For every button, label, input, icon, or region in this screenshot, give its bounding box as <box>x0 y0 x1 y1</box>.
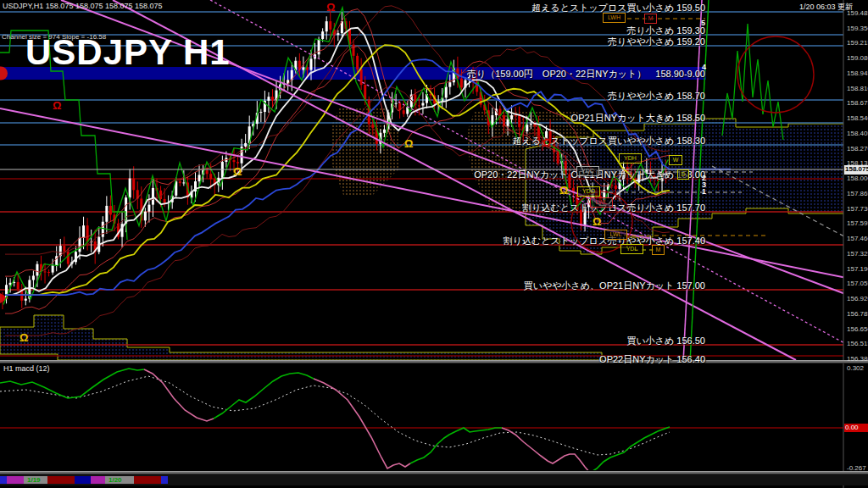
candle-body <box>518 115 520 127</box>
session-bar-segment <box>161 476 168 484</box>
omega-marker-gold: Ω <box>233 166 242 177</box>
symbol-ohlc-line: USDJPY,H1 158.075 158.075 158.075 158.07… <box>3 2 163 10</box>
omega-marker-red: Ω <box>326 2 335 13</box>
candle-body <box>460 79 463 88</box>
candle-body <box>236 162 239 164</box>
candle-body <box>326 21 328 31</box>
candle-body <box>182 182 185 183</box>
omega-marker-red: Ω <box>542 137 551 148</box>
price-axis-label: 158.945 <box>847 69 868 77</box>
candle-body <box>267 97 270 101</box>
candle-body <box>337 33 339 35</box>
price-axis-label: 156.785 <box>847 310 868 318</box>
price-axis-label: 158.810 <box>847 85 868 92</box>
pivot-marker-m[interactable]: M <box>644 14 657 24</box>
candle-body <box>557 152 559 164</box>
candle-body <box>403 110 405 114</box>
candle-body <box>530 124 532 125</box>
candle-body <box>129 179 131 198</box>
macd-line <box>590 427 670 473</box>
pivot-marker-lwl[interactable]: LWL <box>590 197 613 208</box>
candle-body <box>25 299 27 301</box>
pivot-marker-m[interactable]: M <box>652 245 665 255</box>
candle-body <box>383 130 386 133</box>
session-bar-segment <box>7 476 24 484</box>
wave-number-4: 4 <box>702 63 706 71</box>
price-axis-label: 159.215 <box>847 39 868 47</box>
macd-line <box>502 428 590 473</box>
omega-marker-red: Ω <box>53 100 61 111</box>
candle-body <box>102 222 104 237</box>
macd-axis-top: 0.302 <box>847 364 864 372</box>
pivot-marker-ydh[interactable]: YDH <box>619 153 642 164</box>
candle-body <box>67 252 70 264</box>
candle-body <box>448 82 451 86</box>
level-annotation: OP22日NYカット 156.40 <box>599 353 705 366</box>
candle-body <box>360 69 363 85</box>
candle-body <box>159 191 162 199</box>
candle-body <box>32 275 35 280</box>
candle-body <box>371 125 374 128</box>
macd-line <box>314 379 410 469</box>
price-axis-label: 158.270 <box>847 145 868 152</box>
price-axis-label: 157.190 <box>847 265 868 273</box>
omega-marker-gold: Ω <box>19 332 28 343</box>
price-axis-label: 157.460 <box>847 235 868 242</box>
omega-marker-gold: Ω <box>559 185 568 196</box>
chart-canvas[interactable] <box>0 0 868 488</box>
pivot-marker-ydl[interactable]: YDL <box>620 244 643 254</box>
pivot-marker-w[interactable]: W <box>669 155 682 165</box>
price-axis-label: 159.485 <box>847 9 868 17</box>
pivot-marker-ydc[interactable]: YDC <box>576 166 599 176</box>
pivot-marker-d[interactable]: D <box>677 169 689 180</box>
candle-body <box>610 185 613 186</box>
pivot-marker-lwl[interactable]: LWL <box>604 230 627 240</box>
level-annotation: 買いやや小さめ、OP21日NYカット 157.00 <box>524 280 705 292</box>
pivot-marker-lwh[interactable]: LWH <box>603 13 626 23</box>
pivot-marker-ydo[interactable]: YDO <box>577 186 600 197</box>
macd-pane[interactable] <box>0 369 843 473</box>
candle-body <box>510 115 513 119</box>
wave-number-1: 1 <box>702 187 706 196</box>
price-axis-label: 156.650 <box>847 325 868 333</box>
macd-line <box>0 369 144 398</box>
level-annotation: 売り（159.00円 OP20・22日NYカット） 158.90-9.00 <box>467 68 705 80</box>
candle-body <box>233 160 236 162</box>
candle-body <box>445 87 448 98</box>
candle-body <box>47 272 50 273</box>
pane-divider-top[interactable] <box>0 360 868 363</box>
wave-number-5: 5 <box>701 19 705 27</box>
candle-body <box>356 56 359 69</box>
candle-body <box>152 188 154 205</box>
candle-body <box>329 21 331 30</box>
macd-axis-bottom: -0.267 <box>847 464 866 472</box>
candle-body <box>86 225 89 241</box>
session-date-label: 1/19 <box>27 476 41 484</box>
candle-body <box>259 112 262 113</box>
current-price-tag: 158.075 <box>844 165 868 175</box>
level-annotation: 売りやや小さめ 159.20 <box>608 36 705 48</box>
session-date-label: 1/20 <box>108 476 122 484</box>
candle-body <box>109 206 112 214</box>
level-annotation: OP21日NYカット大きめ 158.50 <box>571 112 705 125</box>
candle-body <box>421 103 424 106</box>
candle-body <box>395 103 398 104</box>
price-axis-label: 159.080 <box>847 54 868 62</box>
level-annotation: 買い小さめ 156.50 <box>627 335 705 347</box>
drawn-circle[interactable] <box>737 36 814 113</box>
price-axis-label: 157.325 <box>847 250 868 258</box>
price-axis-label: 156.515 <box>847 340 868 347</box>
candle-body <box>36 264 38 276</box>
macd-signal-line <box>0 376 670 455</box>
candle-body <box>82 225 85 238</box>
session-bar-segment <box>134 476 161 484</box>
price-axis-label: 156.380 <box>847 355 868 363</box>
macd-zero-tag: 0.00 <box>844 424 868 432</box>
mt4-chart-window: USDJPY H1 USDJPY,H1 158.075 158.075 158.… <box>0 0 868 488</box>
price-axis-label: 158.675 <box>847 99 868 107</box>
price-axis-label: 157.865 <box>847 190 868 197</box>
omega-marker-gold: Ω <box>404 138 413 149</box>
candle-body <box>491 115 493 125</box>
candle-body <box>353 45 355 56</box>
candle-body <box>164 199 166 203</box>
